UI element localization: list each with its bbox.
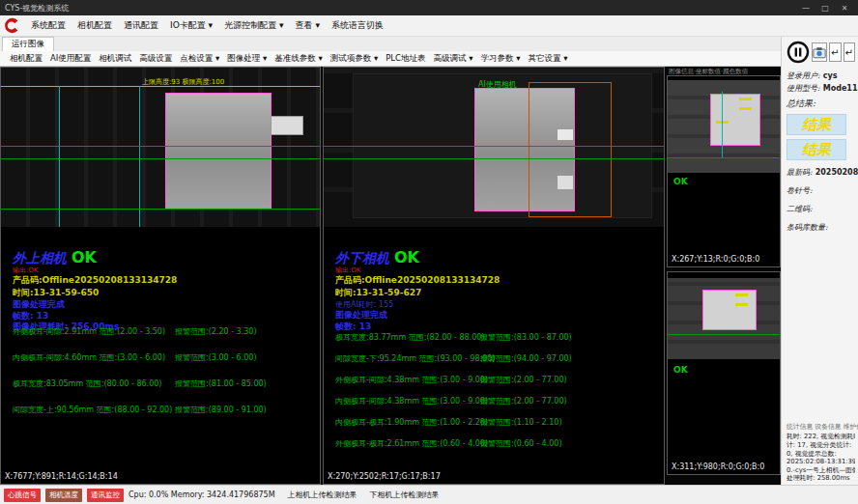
ai-camera-label: AI使用相机 — [478, 79, 517, 90]
measurement-value: 外侧极耳-间隙:2.91mm 范围:(2.00 - 3.50) — [13, 326, 175, 352]
toolbar-item[interactable]: PLC地址表 — [382, 52, 429, 66]
alarm-range: 报警范围:(3.00 - 6.00) — [175, 352, 257, 378]
measurement-value: 内侧极耳-间隙:4.60mm 范围:(3.00 - 6.00) — [13, 352, 175, 378]
toolbar-item[interactable]: 高级调试 ▾ — [430, 52, 477, 66]
stats-line: 处理耗时: 258.00ms — [786, 474, 855, 483]
toolbar-item[interactable]: 基准线参数 ▾ — [271, 52, 326, 66]
window-controls: — □ ✕ — [797, 4, 853, 13]
menu-item[interactable]: 通讯配置 — [118, 17, 164, 34]
measurement-callout — [739, 107, 752, 110]
measurement-row: 间隙宽度-上:90.56mm 范围:(88.00 - 92.00) 报警范围:(… — [13, 405, 318, 431]
stats-line: 0, 视觉提示总数: — [786, 450, 855, 459]
login-user-row: 登录用户: cys — [786, 70, 855, 82]
reflective-tab — [558, 129, 573, 140]
camera-image-4[interactable] — [668, 278, 780, 359]
camera-panel-aux-bottom: OK X:311;Y:980;R:0;G:0;B:0 — [667, 271, 781, 475]
total-result-label: 总结果: — [786, 98, 855, 110]
toolbar-item[interactable]: AI使用配置 — [46, 52, 95, 66]
process-status: 图像处理完成 — [13, 299, 316, 311]
toolbar: 相机配置AI使用配置相机调试高级设置点检设置 ▾图像处理 ▾基准线参数 ▾测试项… — [0, 51, 781, 67]
camera-title: 外上相机 — [13, 250, 67, 266]
result-box-1: 结果 — [786, 114, 846, 135]
menu-item[interactable]: 光源控制配置 ▾ — [218, 17, 289, 34]
close-button[interactable]: ✕ — [836, 4, 853, 13]
app-window: CYS-视觉检测系统 — □ ✕ 系统配置相机配置通讯配置IO卡配置 ▾光源控制… — [0, 0, 858, 504]
measurement-row: 外侧极耳-极耳:2.61mm 范围:(0.60 - 4.00) 报警范围:(0.… — [335, 438, 662, 460]
alarm-range: 报警范围:(2.00 - 77.00) — [480, 396, 567, 417]
camera-image-1[interactable]: 上限高度:93 极限高度:100 — [1, 68, 320, 227]
control-buttons: ↵ ↵ — [786, 41, 855, 64]
toolbar-item[interactable]: 图像处理 ▾ — [223, 52, 271, 66]
toolbar-item[interactable]: 测试项参数 ▾ — [327, 52, 382, 66]
camera-title: 外下相机 — [335, 250, 389, 266]
barcode-row: 条码库数量: — [786, 221, 855, 234]
model-row: 使用型号: Mode11 — [786, 82, 855, 95]
status-bar: 心跳信号 相机温度 通讯监控 Cpu: 0.0% Memory: 3424.41… — [0, 485, 858, 504]
measure-line-green — [1, 146, 320, 147]
menu-item[interactable]: 系统配置 — [25, 17, 72, 34]
camera-icon — [813, 46, 826, 59]
measurement-value: 间隙宽度-下:95.24mm 范围:(93.00 - 98.00) — [335, 353, 480, 375]
maximize-button[interactable]: □ — [816, 4, 834, 13]
measurement-value: 外侧极耳-间隙:4.38mm 范围:(3.00 - 9.00) — [335, 375, 480, 396]
minimize-button[interactable]: — — [797, 4, 815, 13]
stats-line: 耗时: 222, 视觉检测耗时: — [786, 433, 855, 441]
camera-image-2[interactable]: AI使用相机 — [324, 68, 664, 227]
menu-bar: 系统配置相机配置通讯配置IO卡配置 ▾光源控制配置 ▾查看 ▾系统语言切换 — [0, 15, 858, 37]
alarm-range: 报警范围:(94.00 - 97.00) — [480, 353, 572, 375]
toolbar-item[interactable]: 点检设置 ▾ — [176, 52, 223, 66]
measurement-row: 间隙宽度-下:95.24mm 范围:(93.00 - 98.00) 报警范围:(… — [335, 353, 662, 375]
alarm-range: 报警范围:(2.00 - 77.00) — [480, 375, 567, 396]
measurement-list: 外侧极耳-间隙:2.91mm 范围:(2.00 - 3.50) 报警范围:(2.… — [13, 326, 318, 431]
output-note: 输出:OK — [13, 266, 316, 274]
toolbar-item[interactable]: 相机调试 — [95, 52, 135, 66]
camera-panel-upper-outer: 上限高度:93 极限高度:100 外上相机OK 输出:OK 产品码:Offlin… — [0, 67, 321, 485]
alarm-range: 报警范围:(89.00 - 91.00) — [175, 405, 267, 431]
capture-time: 时间:13-31-59-650 — [13, 287, 316, 299]
toolbar-item[interactable]: 高级设置 — [135, 52, 176, 66]
login-user-label: 登录用户: — [786, 70, 820, 82]
tab-run-image[interactable]: 运行图像 — [2, 37, 54, 51]
model-label: 使用型号: — [786, 82, 820, 95]
login-user-value: cys — [823, 70, 838, 82]
stats-line: 2025:02:08-13:31:39:05 — [786, 458, 855, 466]
pixel-coordinate-readout: X:311;Y:980;R:0;G:0;B:0 — [672, 462, 764, 471]
measurement-row: 内侧极耳-极耳:1.90mm 范围:(1.00 - 2.20) 报警范围:(1.… — [335, 417, 662, 438]
stats-block: 统计信息 设备信息 维护信息 耗时: 222, 视觉检测耗时:计: 17, 视觉… — [786, 423, 855, 483]
menu-item[interactable]: 系统语言切换 — [326, 17, 389, 34]
measure-line-green — [1, 158, 320, 159]
camera-panel-aux-top: OK X:267;Y:13;R:0;G:0;B:0 — [667, 75, 781, 267]
result-ok-badge: OK — [394, 248, 419, 266]
camera-temp-badge[interactable]: 相机温度 — [45, 489, 82, 502]
camera-image-3[interactable] — [668, 80, 780, 173]
needle-label: 卷针号: — [786, 184, 813, 197]
stats-line: 0.-cys一号上相机—图像 — [786, 466, 855, 475]
measurement-value: 极耳宽度:83.77mm 范围:(82.00 - 88.00) — [335, 332, 480, 353]
return-button-2[interactable]: ↵ — [844, 42, 856, 62]
result-ok-badge: OK — [673, 365, 688, 375]
title-bar: CYS-视觉检测系统 — □ ✕ — [0, 0, 858, 15]
alarm-range: 报警范围:(1.10 - 2.10) — [480, 417, 562, 438]
toolbar-item[interactable]: 其它设置 ▾ — [524, 52, 571, 66]
heartbeat-badge[interactable]: 心跳信号 — [4, 489, 41, 502]
menu-item[interactable]: IO卡配置 ▾ — [164, 17, 218, 34]
toolbar-item[interactable]: 学习参数 ▾ — [476, 52, 524, 66]
result-box-2: 结果 — [786, 139, 846, 160]
measure-line-green — [1, 209, 320, 210]
window-title: CYS-视觉检测系统 — [5, 3, 69, 14]
product-code: 产品码:Offline20250208133134728 — [335, 274, 660, 287]
comm-monitor-badge[interactable]: 通讯监控 — [87, 489, 124, 502]
toolbar-item[interactable]: 相机配置 — [6, 52, 46, 66]
upper-camera-upload-status: 上相机上传检测结果 — [288, 490, 358, 500]
alarm-range: 报警范围:(2.20 - 3.30) — [175, 326, 257, 352]
snapshot-button[interactable] — [812, 42, 827, 62]
cpu-memory-readout: Cpu: 0.0% Memory: 3424.41796875M — [129, 490, 275, 499]
measurement-value: 外侧极耳-极耳:2.61mm 范围:(0.60 - 4.00) — [335, 438, 480, 460]
return-button-1[interactable]: ↵ — [829, 42, 842, 62]
pause-button[interactable] — [786, 41, 810, 64]
result-ok-badge: OK — [673, 177, 688, 186]
measurement-row: 外侧极耳-间隙:4.38mm 范围:(3.00 - 9.00) 报警范围:(2.… — [335, 375, 662, 396]
frame-count: 帧数: 13 — [335, 322, 660, 333]
menu-item[interactable]: 相机配置 — [72, 17, 118, 34]
menu-item[interactable]: 查看 ▾ — [290, 17, 326, 34]
